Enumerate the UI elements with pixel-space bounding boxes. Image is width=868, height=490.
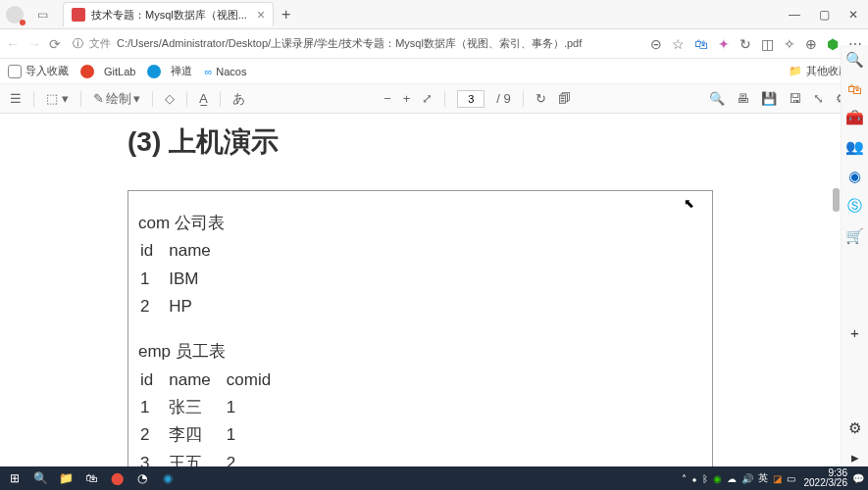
read-aloud-icon[interactable]: あ [232,90,245,108]
nav-forward-icon: → [27,36,41,52]
side-people-icon[interactable]: 👥 [845,138,864,156]
shopping-icon[interactable]: 🛍 [694,36,708,52]
performance-icon[interactable]: ⬢ [827,36,839,52]
zoom-icon[interactable]: ⊝ [650,36,662,52]
sync-icon[interactable]: ↻ [740,36,751,52]
emp-table: idnamecomid 1张三1 2李四1 3王五2 [138,366,286,466]
bookmarks-bar: 导入收藏 GitLab 禅道 ∞Nacos 📁其他收藏夹 [0,59,868,84]
side-add-icon[interactable]: + [850,324,859,341]
taskbar-clock[interactable]: 9:362022/3/26 [804,468,848,488]
save-as-icon[interactable]: 🖫 [789,91,801,106]
section-heading: (3) 上机演示 [128,123,713,161]
print-icon[interactable]: 🖶 [737,91,749,106]
side-outlook-icon[interactable]: ◉ [848,168,861,185]
side-tools-icon[interactable]: 🧰 [845,109,864,126]
table-row: 3王五2 [140,451,284,466]
rotate-icon[interactable]: ↻ [536,91,546,106]
zoom-in-icon[interactable]: + [403,91,411,106]
favorite-icon[interactable]: ☆ [672,36,685,52]
page-total: / 9 [496,91,510,106]
new-tab-button[interactable]: + [281,6,290,24]
pointer-tool-icon[interactable]: ⬚ ▾ [46,91,69,106]
save-icon[interactable]: 💾 [761,91,777,106]
table-row: 1IBM [140,267,225,292]
tray-onedrive-icon[interactable]: ☁ [727,473,737,484]
tray-security-icon[interactable]: ◪ [773,473,782,484]
tray-wechat-icon[interactable]: ◉ [713,473,722,484]
taskbar-chrome-icon[interactable]: ◔ [131,468,153,488]
taskbar-record-icon[interactable]: ⬤ [106,468,128,488]
toc-icon[interactable]: ☰ [10,91,22,106]
taskbar-explorer-icon[interactable]: 📁 [55,468,77,488]
address-bar: ← → ⟳ ⓘ 文件 C:/Users/Administrator/Deskto… [0,29,868,59]
split-icon[interactable]: ◫ [761,36,774,52]
side-settings-icon[interactable]: ⚙ [848,419,861,437]
side-skype-icon[interactable]: Ⓢ [847,197,862,216]
bookmark-gitlab[interactable]: GitLab [80,65,135,78]
page-number-input[interactable] [457,90,485,108]
tray-battery-icon[interactable]: ▭ [787,473,795,484]
bookmark-nacos[interactable]: ∞Nacos [204,66,246,77]
code-box: com 公司表 idname 1IBM 2HP emp 员工表 idnameco… [128,190,713,466]
windows-taskbar: ⊞ 🔍 📁 🛍 ⬤ ◔ ◉ ˄ ⬥ ᛒ ◉ ☁ 🔊 英 ◪ ▭ 9:362022… [0,466,868,490]
bookmark-import[interactable]: 导入收藏 [8,64,69,78]
close-window-button[interactable]: ✕ [839,0,868,29]
highlight-tool-icon[interactable]: A̲ [199,91,208,106]
nav-back-icon[interactable]: ← [6,36,20,52]
collections-icon[interactable]: ⊕ [805,36,817,52]
side-cart-icon[interactable]: 🛒 [845,227,864,245]
window-titlebar: ▭ 技术专题：Mysql数据库（视图... × + — ▢ ✕ [0,0,868,29]
table-row: 1张三1 [140,395,284,420]
workspace-icon[interactable]: ▭ [33,6,51,24]
tray-ime[interactable]: 英 [758,471,768,485]
side-shopping-icon[interactable]: 🛍 [847,80,862,97]
copilot-icon[interactable]: ✦ [718,36,730,52]
taskbar-search-icon[interactable]: 🔍 [29,468,51,488]
info-icon[interactable]: ⓘ [73,36,83,51]
bookmark-zentao[interactable]: 禅道 [147,64,192,78]
browser-tab[interactable]: 技术专题：Mysql数据库（视图... × [63,2,274,26]
minimize-button[interactable]: — [780,0,809,29]
notifications-icon[interactable]: 💬 [852,473,864,484]
maximize-button[interactable]: ▢ [809,0,839,29]
fit-width-icon[interactable]: ⤢ [422,91,433,106]
pdf-favicon [72,8,85,22]
zoom-out-icon[interactable]: − [383,91,391,106]
reload-icon[interactable]: ⟳ [49,36,61,52]
table-row: 2HP [140,294,225,319]
tray-bluetooth-icon[interactable]: ᛒ [702,473,708,484]
taskbar-edge-icon[interactable]: ◉ [157,468,179,488]
vertical-scrollbar-thumb[interactable] [833,188,840,212]
erase-tool-icon[interactable]: ◇ [165,91,175,106]
tray-chevron-icon[interactable]: ˄ [682,473,687,484]
com-table: idname 1IBM 2HP [138,236,227,321]
start-button[interactable]: ⊞ [4,468,26,488]
protocol-label: 文件 [89,36,111,51]
extensions-icon[interactable]: ✧ [784,36,795,52]
side-collapse-icon[interactable]: ▸ [851,449,859,466]
search-pdf-icon[interactable]: 🔍 [709,91,725,106]
profile-avatar[interactable] [6,6,24,24]
system-tray[interactable]: ˄ ⬥ ᛒ ◉ ☁ 🔊 英 ◪ ▭ 9:362022/3/26 💬 [682,468,865,488]
browser-sidebar: 🔍 🛍 🧰 👥 ◉ Ⓢ 🛒 + ⚙ ▸ [841,45,868,466]
mouse-cursor: ⬉ [684,196,694,211]
table-row: 2李四1 [140,422,284,448]
draw-tool[interactable]: ✎ 绘制 ▾ [93,90,140,108]
tray-volume-icon[interactable]: 🔊 [741,473,753,484]
fullscreen-icon[interactable]: ⤡ [813,91,824,106]
pdf-toolbar: ☰ ⬚ ▾ ✎ 绘制 ▾ ◇ A̲ あ − + ⤢ / 9 ↻ 🗐 🔍 🖶 💾 … [0,84,868,114]
com-table-title: com 公司表 [138,211,702,236]
emp-table-title: emp 员工表 [138,339,702,365]
tab-title: 技术专题：Mysql数据库（视图... [91,8,247,23]
url-text: C:/Users/Administrator/Desktop/上课录屏/学生/技… [117,36,582,51]
side-search-icon[interactable]: 🔍 [845,51,864,69]
page-view-icon[interactable]: 🗐 [558,91,571,106]
pdf-viewer[interactable]: (3) 上机演示 com 公司表 idname 1IBM 2HP emp 员工表… [0,114,841,466]
url-box[interactable]: ⓘ 文件 C:/Users/Administrator/Desktop/上课录屏… [69,36,642,51]
taskbar-store-icon[interactable]: 🛍 [80,468,102,488]
tab-close-icon[interactable]: × [257,7,265,23]
tray-app-icon[interactable]: ⬥ [691,473,697,484]
